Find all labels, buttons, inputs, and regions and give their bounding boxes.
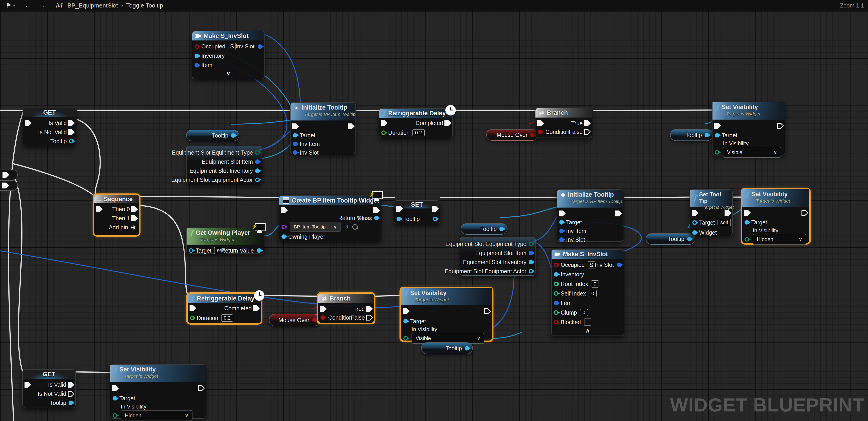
bookmark-caret-icon[interactable]: ∨ bbox=[13, 3, 15, 7]
equipment-type-pin[interactable] bbox=[255, 150, 260, 155]
target-pin[interactable] bbox=[403, 319, 408, 324]
is-not-valid-pin[interactable] bbox=[68, 391, 74, 397]
target-pin[interactable] bbox=[559, 220, 564, 225]
inv-item-pin[interactable] bbox=[293, 142, 297, 146]
return-value-pin[interactable] bbox=[257, 248, 261, 253]
node-set-visibility[interactable]: ƒ Set Visibility Target is Widget Target… bbox=[110, 364, 206, 419]
clump-input[interactable]: 0 bbox=[580, 309, 588, 316]
root-index-input[interactable]: 0 bbox=[591, 280, 599, 287]
completed-pin[interactable] bbox=[444, 120, 451, 126]
expand-node-icon[interactable]: ∨ bbox=[192, 70, 265, 77]
in-visibility-pin[interactable] bbox=[113, 413, 117, 418]
breadcrumb-root[interactable]: BP_EquipmentSlot bbox=[67, 2, 118, 9]
tooltip-variable-pill[interactable]: Tooltip bbox=[461, 223, 507, 234]
visibility-dropdown[interactable]: Visible ∨ bbox=[723, 147, 781, 158]
occupied-pin[interactable] bbox=[194, 44, 199, 49]
true-pin[interactable] bbox=[366, 306, 373, 312]
collapsed-node-fragment[interactable]: se bbox=[0, 180, 18, 191]
tooltip-out-pin[interactable] bbox=[68, 400, 73, 405]
class-dropdown[interactable]: BP Item Tooltip ∨ bbox=[290, 222, 341, 232]
equipment-item-pin[interactable] bbox=[255, 159, 260, 164]
node-equipment-slot-getters[interactable]: Equipment Slot Equipment Type Equipment … bbox=[460, 237, 536, 276]
target-pin[interactable] bbox=[715, 133, 719, 138]
exec-in-pin[interactable] bbox=[559, 210, 566, 217]
exec-out-pin[interactable] bbox=[777, 123, 784, 129]
equipment-type-pin[interactable] bbox=[529, 242, 533, 246]
condition-pin[interactable] bbox=[320, 315, 325, 320]
add-pin-label[interactable]: Add pin bbox=[109, 224, 128, 231]
s-inv-slot-out-pin[interactable] bbox=[617, 262, 621, 267]
class-pin[interactable] bbox=[281, 225, 286, 229]
then-1-pin[interactable] bbox=[131, 215, 138, 221]
s-inv-slot-out-pin[interactable] bbox=[258, 44, 262, 49]
false-pin[interactable] bbox=[584, 129, 591, 135]
tooltip-in-pin[interactable] bbox=[397, 217, 401, 221]
use-selected-icon[interactable]: ↺ bbox=[344, 224, 349, 230]
exec-in-pin[interactable] bbox=[25, 120, 32, 126]
exec-out-pin[interactable] bbox=[373, 207, 380, 213]
inv-item-pin[interactable] bbox=[559, 229, 564, 233]
tooltip-variable-pill[interactable]: Tooltip bbox=[670, 129, 713, 141]
inv-slot-pin[interactable] bbox=[293, 150, 297, 155]
mouse-over-variable-pill[interactable]: Mouse Over bbox=[269, 314, 320, 326]
tooltip-variable-pill[interactable]: Tooltip bbox=[646, 233, 695, 245]
then-0-pin[interactable] bbox=[131, 206, 138, 212]
collapse-node-icon[interactable]: ∧ bbox=[552, 327, 624, 334]
item-pin[interactable] bbox=[554, 301, 558, 305]
exec-out-pin[interactable] bbox=[198, 385, 205, 391]
node-get-tooltip[interactable]: GET Is Valid Is Not Valid Tooltip bbox=[22, 369, 76, 408]
bookmark-icon[interactable]: ⚑ bbox=[6, 2, 11, 9]
exec-out-pin[interactable] bbox=[348, 123, 354, 129]
node-initialize-tooltip[interactable]: ◈ Initialize Tooltip Target is BP Item T… bbox=[290, 102, 356, 155]
node-set-visibility[interactable]: ƒ Set Visibility Target is Widget Target… bbox=[401, 288, 492, 341]
exec-out-pin[interactable] bbox=[2, 172, 9, 178]
completed-pin[interactable] bbox=[253, 305, 260, 311]
exec-in-pin[interactable] bbox=[692, 210, 699, 216]
node-equipment-slot-getters[interactable]: Equipment Slot Equipment Type Equipment … bbox=[186, 146, 262, 185]
exec-in-pin[interactable] bbox=[112, 385, 119, 391]
in-visibility-pin[interactable] bbox=[403, 336, 408, 340]
exec-in-pin[interactable] bbox=[281, 207, 288, 213]
mouse-over-out-pin[interactable] bbox=[530, 133, 535, 137]
exec-in-pin[interactable] bbox=[96, 206, 103, 212]
duration-pin[interactable] bbox=[381, 131, 386, 135]
self-index-pin[interactable] bbox=[554, 291, 558, 296]
target-pin[interactable] bbox=[692, 220, 697, 225]
mouse-over-variable-pill[interactable]: Mouse Over bbox=[486, 129, 538, 141]
exec-in-pin[interactable] bbox=[403, 308, 410, 314]
exec-in-pin[interactable] bbox=[714, 123, 721, 129]
graph-canvas[interactable]: WIDGET BLUEPRINT bbox=[0, 11, 868, 421]
return-value-pin[interactable] bbox=[374, 216, 379, 220]
exec-out-pin[interactable] bbox=[615, 210, 622, 217]
blocked-pin[interactable] bbox=[554, 320, 558, 325]
duration-pin[interactable] bbox=[190, 316, 194, 320]
in-visibility-pin[interactable] bbox=[745, 237, 749, 242]
node-get-owning-player[interactable]: ⚡ ƒ Get Owning Player Target is Widget T… bbox=[186, 228, 264, 254]
condition-pin[interactable] bbox=[538, 130, 542, 134]
add-pin-icon[interactable]: ⊕ bbox=[131, 224, 136, 231]
node-set-visibility[interactable]: ƒ Set Visibility Target is Widget Target… bbox=[712, 102, 785, 156]
equipment-inventory-pin[interactable] bbox=[255, 168, 260, 173]
false-pin[interactable] bbox=[366, 315, 373, 320]
exec-in-pin[interactable] bbox=[744, 210, 751, 216]
self-index-input[interactable]: 0 bbox=[589, 290, 597, 297]
visibility-dropdown[interactable]: Hidden ∨ bbox=[121, 410, 192, 421]
is-valid-pin[interactable] bbox=[68, 382, 74, 388]
is-not-valid-pin[interactable] bbox=[68, 129, 75, 135]
visibility-dropdown[interactable]: Hidden ∨ bbox=[753, 234, 806, 245]
clump-pin[interactable] bbox=[554, 310, 558, 315]
root-index-pin[interactable] bbox=[554, 282, 558, 286]
node-branch[interactable]: ⇄ Branch True Condition False bbox=[318, 293, 374, 323]
target-pin[interactable] bbox=[113, 396, 117, 400]
blocked-checkbox[interactable] bbox=[584, 318, 591, 326]
occupied-pin[interactable] bbox=[554, 262, 558, 267]
true-pin[interactable] bbox=[584, 120, 591, 126]
inventory-pin[interactable] bbox=[194, 54, 199, 58]
node-retriggerable-delay[interactable]: ƒ Retriggerable Delay Completed Duration… bbox=[187, 293, 261, 324]
exec-in-pin[interactable] bbox=[537, 120, 544, 126]
collapsed-node-fragment[interactable]: ub bbox=[0, 170, 18, 180]
forward-arrow-icon[interactable]: → bbox=[38, 2, 45, 9]
node-retriggerable-delay[interactable]: ƒ Retriggerable Delay Completed Duration… bbox=[379, 108, 453, 138]
equipment-item-pin[interactable] bbox=[529, 251, 533, 255]
equipment-inventory-pin[interactable] bbox=[529, 260, 533, 264]
